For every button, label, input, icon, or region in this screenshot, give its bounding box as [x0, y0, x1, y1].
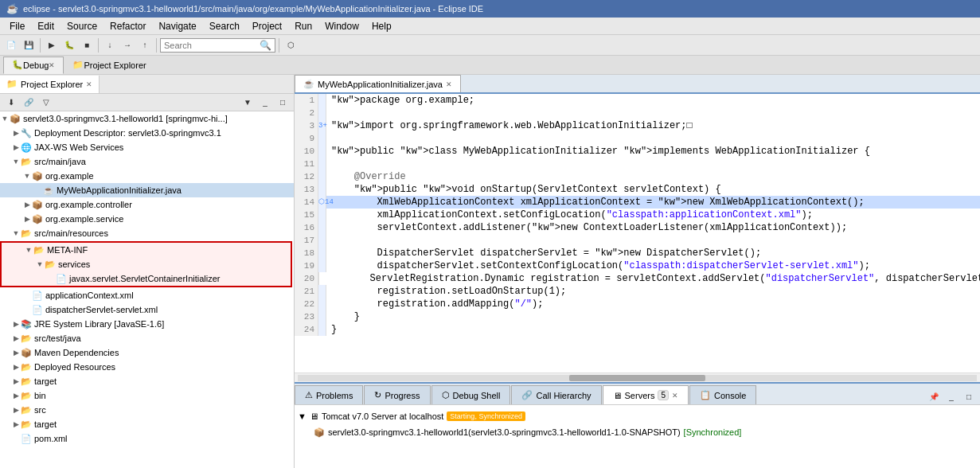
tree-arrow[interactable]: ▼ — [24, 246, 33, 254]
line-content[interactable]: registration.setLoadOnStartup(1); — [326, 285, 566, 298]
tree-arrow[interactable]: ▶ — [11, 392, 21, 400]
tree-arrow[interactable]: ▶ — [11, 129, 21, 137]
left-toolbar-filter[interactable]: ▽ — [38, 95, 54, 111]
tree-item[interactable]: ▶🌐JAX-WS Web Services — [0, 140, 294, 154]
tree-item[interactable]: ▶📦org.example.service — [0, 212, 294, 226]
tree-item[interactable]: 📄pom.xml — [0, 431, 294, 446]
project-explorer-close[interactable]: ✕ — [86, 80, 92, 88]
left-toolbar-menu[interactable]: ▼ — [240, 95, 256, 111]
line-content[interactable] — [326, 234, 331, 247]
bottom-pin[interactable]: 📌 — [926, 388, 942, 404]
tree-item[interactable]: ▶📂Deployed Resources — [0, 360, 294, 374]
search-box[interactable]: 🔍 — [160, 38, 275, 53]
tree-item[interactable]: ▶📂src/test/java — [0, 331, 294, 345]
bottom-tab-servers[interactable]: 🖥 Servers5 ✕ — [603, 385, 689, 404]
tree-item[interactable]: ☕MyWebApplicationInitializer.java — [0, 183, 294, 197]
menu-refactor[interactable]: Refactor — [103, 19, 152, 33]
line-content[interactable]: DispatcherServlet dispatcherServlet = "k… — [326, 247, 761, 259]
tree-arrow[interactable]: ▶ — [11, 363, 21, 371]
bottom-tab-call-hierarchy[interactable]: 🔗 Call Hierarchy — [511, 385, 601, 404]
tree-item[interactable]: 📄applicationContext.xml — [0, 288, 294, 302]
tree-arrow[interactable]: ▶ — [22, 215, 32, 223]
toolbar-step-return[interactable]: ↑ — [137, 37, 153, 53]
tree-arrow[interactable]: ▼ — [0, 115, 10, 123]
tree-arrow[interactable]: ▶ — [11, 420, 21, 428]
toolbar-step-into[interactable]: ↓ — [102, 37, 118, 53]
bottom-tab-problems[interactable]: ⚠ Problems — [295, 385, 363, 404]
toolbar-new[interactable]: 📄 — [3, 37, 19, 53]
hscroll-thumb[interactable] — [569, 375, 705, 381]
line-content[interactable]: "kw">package org.example; — [326, 94, 474, 107]
tree-arrow[interactable]: ▶ — [11, 406, 21, 414]
line-content[interactable]: } — [326, 323, 337, 336]
toolbar-perspective[interactable]: ⬡ — [283, 37, 299, 53]
line-content[interactable]: registration.addMapping("/"); — [326, 298, 543, 310]
bottom-min[interactable]: _ — [943, 388, 959, 404]
tree-item[interactable]: ▶📂target — [0, 417, 294, 431]
line-content[interactable]: servletContext.addListener("kw">new Cont… — [326, 221, 847, 234]
bottom-tab-progress[interactable]: ↻ Progress — [364, 385, 430, 404]
tree-item[interactable]: 📄dispatcherServlet-servlet.xml — [0, 302, 294, 317]
hscroll-track[interactable] — [298, 375, 977, 381]
toolbar-run[interactable]: ▶ — [44, 37, 60, 53]
tree-item[interactable]: ▼📦org.example — [0, 169, 294, 183]
line-content[interactable]: xmlApplicationContext.setConfigLocation(… — [326, 209, 813, 221]
tree-arrow[interactable]: ▶ — [11, 143, 21, 151]
menu-project[interactable]: Project — [246, 19, 288, 33]
line-content[interactable]: ServletRegistration.Dynamic registration… — [319, 272, 980, 285]
tree-arrow[interactable]: ▼ — [22, 172, 32, 180]
tree-item[interactable]: ▶📂bin — [0, 388, 294, 403]
tree-arrow[interactable]: ▶ — [11, 334, 21, 342]
line-content[interactable]: "kw">public "kw">void onStartup(ServletC… — [326, 183, 721, 196]
editor-tab-close[interactable]: ✕ — [446, 80, 452, 88]
tree-item[interactable]: ▶📚JRE System Library [JavaSE-1.6] — [0, 317, 294, 331]
tree-item[interactable]: ▶📂target — [0, 374, 294, 388]
menu-navigate[interactable]: Navigate — [152, 19, 202, 33]
line-content[interactable]: } — [326, 310, 360, 323]
line-content[interactable] — [326, 107, 331, 119]
tree-item[interactable]: ▼📦servlet3.0-springmvc3.1-helloworld1 [s… — [0, 111, 294, 126]
bottom-tab-close[interactable]: ✕ — [672, 392, 678, 400]
code-hscroll[interactable] — [295, 372, 980, 382]
menu-help[interactable]: Help — [365, 19, 398, 33]
line-content[interactable]: @Override — [326, 170, 406, 183]
perspective-debug[interactable]: 🐛 Debug ✕ — [3, 57, 64, 74]
menu-file[interactable]: File — [3, 19, 31, 33]
tree-item[interactable]: ▶📦Maven Dependencies — [0, 345, 294, 360]
menu-edit[interactable]: Edit — [31, 19, 61, 33]
tree-arrow[interactable]: ▼ — [35, 260, 45, 268]
tree-item[interactable]: ▶🔧Deployment Descriptor: servlet3.0-spri… — [0, 126, 294, 140]
left-toolbar-collapse[interactable]: ⬇ — [3, 95, 19, 111]
perspective-project-explorer[interactable]: 📁 Project Explorer — [64, 57, 154, 74]
tree-item[interactable]: ▶📂src — [0, 403, 294, 417]
line-content[interactable] — [326, 158, 331, 170]
menu-source[interactable]: Source — [61, 19, 103, 33]
debug-tab-close[interactable]: ✕ — [49, 61, 55, 69]
line-content[interactable] — [326, 132, 331, 145]
tree-item[interactable]: ▼📂services — [2, 257, 291, 271]
tree-item[interactable]: ▼📂META-INF — [2, 243, 291, 257]
menu-window[interactable]: Window — [318, 19, 365, 33]
tree-arrow[interactable]: ▶ — [22, 201, 32, 209]
line-content[interactable]: "kw">import org.springframework.web.WebA… — [326, 119, 693, 132]
toolbar-save[interactable]: 💾 — [21, 37, 37, 53]
menu-search[interactable]: Search — [203, 19, 246, 33]
left-toolbar-link[interactable]: 🔗 — [21, 95, 37, 111]
code-editor[interactable]: 1"kw">package org.example;233+"kw">impor… — [295, 94, 980, 372]
tree-arrow[interactable]: ▼ — [11, 158, 21, 166]
line-content[interactable]: dispatcherServlet.setContextConfigLocati… — [326, 259, 870, 272]
toolbar-debug[interactable]: 🐛 — [61, 37, 77, 53]
bottom-max[interactable]: □ — [961, 388, 977, 404]
tree-item[interactable]: ▶📦org.example.controller — [0, 197, 294, 212]
toolbar-stop[interactable]: ■ — [79, 37, 95, 53]
editor-tab-main[interactable]: ☕ MyWebApplicationInitializer.java ✕ — [295, 75, 461, 92]
bottom-tab-console[interactable]: 📋 Console — [689, 385, 756, 404]
tree-arrow[interactable]: ▼ — [11, 229, 21, 237]
tree-item[interactable]: ▼📂src/main/java — [0, 154, 294, 169]
tree-item[interactable]: 📄javax.servlet.ServletContainerInitializ… — [2, 271, 291, 286]
left-toolbar-max[interactable]: □ — [275, 95, 291, 111]
tree-arrow[interactable]: ▶ — [11, 320, 21, 328]
project-explorer-tab[interactable]: 📁 Project Explorer ✕ — [0, 76, 100, 93]
menu-run[interactable]: Run — [288, 19, 318, 33]
line-content[interactable]: XmlWebApplicationContext xmlApplicationC… — [326, 196, 865, 209]
